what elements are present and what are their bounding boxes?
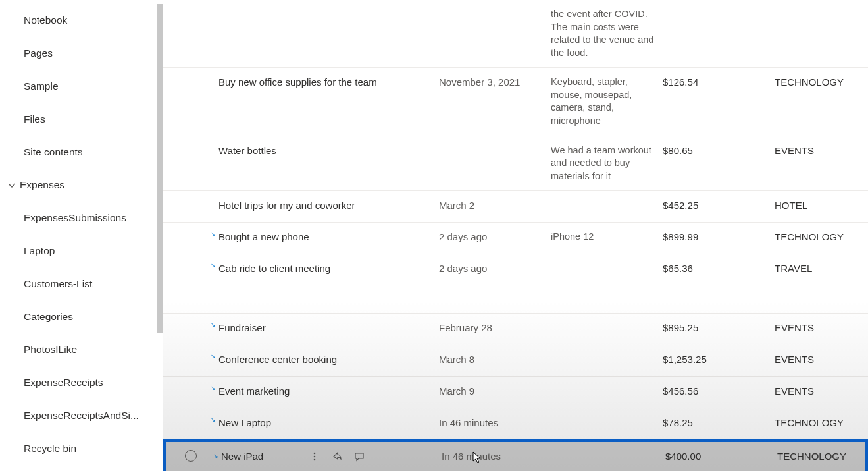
sidebar-item-label: ExpenseReceiptsAndSi...	[24, 410, 139, 422]
sidebar-item-label: PhotosILike	[24, 344, 77, 356]
sidebar: Notebook Pages Sample Files Site content…	[0, 0, 163, 471]
table-row[interactable]: ↘Cab ride to client meeting 2 days ago $…	[163, 254, 868, 313]
row-select[interactable]	[163, 415, 216, 418]
row-title: ↘Fundraiser	[216, 320, 436, 336]
row-select[interactable]	[163, 261, 216, 263]
sidebar-item-categories[interactable]: Categories	[0, 300, 163, 333]
sidebar-item-label: Sample	[24, 80, 59, 92]
row-title: ↘ New iPad	[218, 449, 439, 464]
table-row[interactable]: ↘Fundraiser February 28 $895.25 EVENTS	[163, 313, 868, 345]
sidebar-item-customers-list[interactable]: Customers-List	[0, 267, 163, 300]
row-description	[548, 320, 660, 323]
highlighted-row-frame: ↘ New iPad In 46 minutes $400.00 TECHNOL	[163, 439, 868, 471]
row-description	[548, 352, 660, 354]
sidebar-item-expense-receipts-and-si[interactable]: ExpenseReceiptsAndSi...	[0, 399, 163, 432]
expenses-table: the event after COVID. The main costs we…	[163, 0, 868, 471]
table-row[interactable]: Hotel trips for my and coworker March 2 …	[163, 190, 868, 222]
row-date: March 2	[436, 198, 548, 213]
row-category: TECHNOLOGY	[775, 449, 865, 464]
sidebar-item-label: Site contents	[24, 146, 83, 158]
row-amount: $1,253.25	[660, 352, 772, 368]
row-date: November 3, 2021	[436, 74, 548, 90]
row-description	[548, 261, 660, 263]
row-description	[548, 383, 660, 386]
sidebar-item-expenses-submissions[interactable]: ExpensesSubmissions	[0, 202, 163, 235]
row-select[interactable]	[163, 74, 216, 77]
row-amount: $400.00	[663, 449, 775, 464]
row-select[interactable]	[163, 383, 216, 386]
table-row[interactable]: ↘Event marketing March 9 $456.56 EVENTS	[163, 376, 868, 408]
link-icon: ↘	[211, 262, 217, 269]
table-row[interactable]: Buy new office supplies for the team Nov…	[163, 67, 868, 135]
row-amount	[660, 7, 772, 9]
sidebar-item-laptop[interactable]: Laptop	[0, 235, 163, 267]
row-date	[436, 143, 548, 146]
more-icon[interactable]	[309, 451, 320, 462]
row-amount: $80.65	[660, 143, 772, 159]
row-select[interactable]	[163, 143, 216, 146]
row-select[interactable]	[163, 7, 216, 9]
mouse-cursor-icon	[472, 451, 482, 464]
sidebar-item-expense-receipts[interactable]: ExpenseReceipts	[0, 366, 163, 399]
row-amount: $65.36	[660, 261, 772, 277]
row-amount: $895.25	[660, 320, 772, 336]
row-amount: $452.25	[660, 198, 772, 213]
comment-icon[interactable]	[354, 451, 365, 462]
sidebar-item-label: ExpenseReceipts	[24, 377, 103, 389]
scrollbar[interactable]	[157, 4, 163, 333]
sidebar-section-expenses[interactable]: Expenses	[0, 169, 163, 202]
sidebar-item-pages[interactable]: Pages	[0, 37, 163, 70]
table-row[interactable]: ↘Bought a new phone 2 days ago iPhone 12…	[163, 222, 868, 254]
row-category: TECHNOLOGY	[772, 229, 868, 245]
table-row[interactable]: the event after COVID. The main costs we…	[163, 0, 868, 67]
row-amount: $78.25	[660, 415, 772, 431]
row-title: ↘New Laptop	[216, 415, 436, 431]
row-description: the event after COVID. The main costs we…	[548, 7, 660, 61]
svg-point-1	[314, 456, 316, 458]
row-amount: $899.99	[660, 229, 772, 245]
row-date	[436, 7, 548, 9]
row-description	[548, 415, 660, 418]
row-amount: $126.54	[660, 74, 772, 90]
radio-unchecked-icon[interactable]	[185, 450, 197, 462]
link-icon: ↘	[211, 416, 217, 424]
row-select[interactable]	[163, 229, 216, 232]
row-date: 2 days ago	[436, 261, 548, 277]
sidebar-section-label: Expenses	[20, 179, 64, 191]
table-row[interactable]: ↘ New iPad In 46 minutes $400.00 TECHNOL	[166, 442, 865, 471]
row-title: Buy new office supplies for the team	[216, 74, 436, 90]
sidebar-item-site-contents[interactable]: Site contents	[0, 136, 163, 169]
sidebar-item-label: ExpensesSubmissions	[24, 212, 126, 224]
link-icon: ↘	[211, 321, 217, 329]
sidebar-item-label: Customers-List	[24, 278, 92, 290]
sidebar-item-label: Notebook	[24, 14, 67, 26]
main-content: the event after COVID. The main costs we…	[163, 0, 868, 471]
row-title: ↘Conference center booking	[216, 352, 436, 368]
sidebar-item-recycle-bin[interactable]: Recycle bin	[0, 432, 163, 465]
row-title	[216, 7, 436, 9]
sidebar-item-label: Pages	[24, 47, 53, 59]
row-category: EVENTS	[772, 352, 868, 368]
row-select[interactable]	[163, 198, 216, 200]
row-title: ↘Cab ride to client meeting	[216, 261, 436, 277]
row-title: Water bottles	[216, 143, 436, 159]
sidebar-item-photos-i-like[interactable]: PhotosILike	[0, 333, 163, 366]
row-description: Keyboard, stapler, mouse, mousepad, came…	[548, 74, 660, 128]
table-row[interactable]: Water bottles We had a team workout and …	[163, 136, 868, 191]
row-date: March 9	[436, 383, 548, 399]
row-date: February 28	[436, 320, 548, 336]
sidebar-item-notebook[interactable]: Notebook	[0, 4, 163, 37]
row-select[interactable]	[163, 320, 216, 323]
table-row[interactable]: ↘Conference center booking March 8 $1,25…	[163, 345, 868, 376]
table-row[interactable]: ↘New Laptop In 46 minutes $78.25 TECHNOL…	[163, 408, 868, 439]
link-icon: ↘	[211, 230, 217, 238]
row-date: In 46 minutes	[436, 415, 548, 431]
sidebar-item-files[interactable]: Files	[0, 103, 163, 136]
sidebar-item-sample[interactable]: Sample	[0, 70, 163, 103]
row-category: EVENTS	[772, 320, 868, 336]
link-icon: ↘	[211, 352, 217, 360]
row-select[interactable]	[163, 352, 216, 354]
app-root: Notebook Pages Sample Files Site content…	[0, 0, 868, 471]
row-select[interactable]	[166, 449, 218, 463]
share-icon[interactable]	[332, 451, 342, 462]
